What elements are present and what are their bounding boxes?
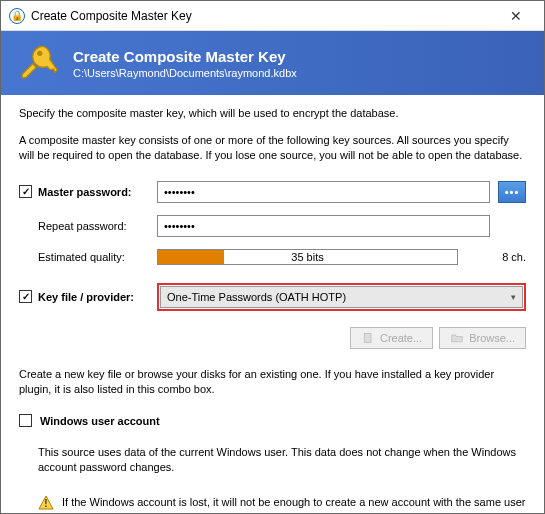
create-key-button[interactable]: Create... [350,327,433,349]
warning-icon: ! [38,495,54,513]
header-title: Create Composite Master Key [73,48,297,65]
key-file-buttons: Create... Browse... [19,327,526,349]
description-text: A composite master key consists of one o… [19,133,526,163]
reveal-password-button[interactable]: ••• [498,181,526,203]
header-banner: Create Composite Master Key C:\Users\Ray… [1,31,544,95]
intro-text: Specify the composite master key, which … [19,107,526,119]
svg-text:!: ! [44,498,47,509]
key-file-help: Create a new key file or browse your dis… [19,367,526,397]
key-file-checkbox[interactable]: ✓ [19,290,32,303]
close-button[interactable]: ✕ [496,1,536,31]
quality-row: Estimated quality: 35 bits 8 ch. [19,249,526,265]
new-file-icon [361,332,375,344]
quality-bar: 35 bits [157,249,458,265]
chevron-down-icon: ▾ [511,292,516,302]
app-lock-icon: 🔒 [9,8,25,24]
titlebar: 🔒 Create Composite Master Key ✕ [1,1,544,31]
master-password-checkbox[interactable]: ✓ [19,185,32,198]
master-password-row: ✓ Master password: ••• [19,181,526,203]
repeat-password-input[interactable] [157,215,490,237]
key-file-highlight: One-Time Passwords (OATH HOTP) ▾ [157,283,526,311]
quality-chars: 8 ch. [466,251,526,263]
windows-account-checkbox[interactable] [19,414,32,427]
windows-account-label: Windows user account [40,415,160,427]
windows-account-warning: ! If the Windows account is lost, it wil… [19,495,526,514]
master-password-input[interactable] [157,181,490,203]
quality-text: 35 bits [158,251,457,263]
repeat-password-label: Repeat password: [38,220,127,232]
quality-label: Estimated quality: [38,251,125,263]
svg-point-0 [37,51,42,56]
master-password-label: Master password: [38,186,132,198]
windows-account-warn-text: If the Windows account is lost, it will … [62,495,526,514]
browse-key-button[interactable]: Browse... [439,327,526,349]
header-path: C:\Users\Raymond\Documents\raymond.kdbx [73,67,297,79]
key-file-label: Key file / provider: [38,291,134,303]
key-icon [17,41,59,85]
key-file-combo[interactable]: One-Time Passwords (OATH HOTP) ▾ [160,286,523,308]
windows-account-row: Windows user account [19,414,526,427]
windows-account-desc: This source uses data of the current Win… [19,445,526,475]
content-area: Specify the composite master key, which … [1,95,544,514]
svg-rect-1 [364,333,371,342]
folder-icon [450,332,464,344]
key-file-row: ✓ Key file / provider: One-Time Password… [19,283,526,311]
key-file-selected: One-Time Passwords (OATH HOTP) [167,291,346,303]
window-title: Create Composite Master Key [31,9,496,23]
repeat-password-row: Repeat password: [19,215,526,237]
